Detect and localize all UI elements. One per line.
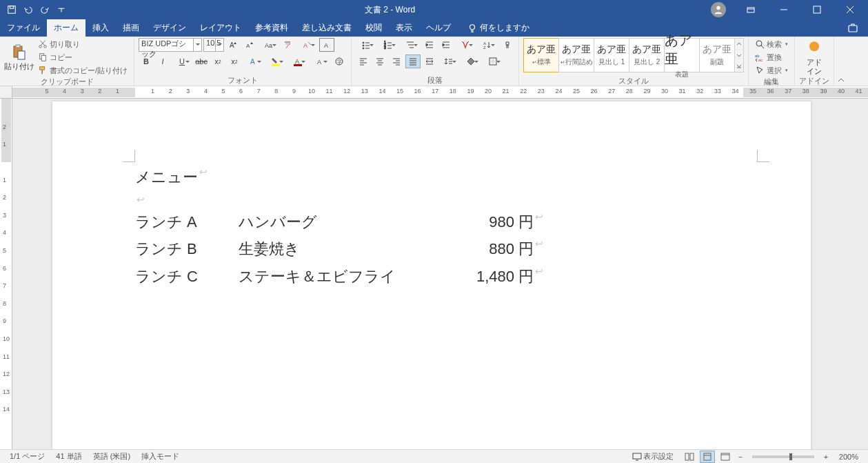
zoom-out[interactable]: − xyxy=(736,453,745,461)
style-normal[interactable]: あア亜↵標準 xyxy=(523,38,559,72)
tab-file[interactable]: ファイル xyxy=(0,19,47,37)
line-spacing-button[interactable] xyxy=(438,55,459,68)
cut-button[interactable]: 切り取り xyxy=(36,38,130,50)
undo-button[interactable] xyxy=(21,2,36,17)
maximize-button[interactable] xyxy=(802,0,832,19)
collapse-ribbon[interactable] xyxy=(834,37,848,86)
italic-button[interactable]: I xyxy=(155,55,170,68)
tab-design[interactable]: デザイン xyxy=(146,19,193,37)
superscript-button[interactable]: x2 xyxy=(227,55,242,68)
tab-layout[interactable]: レイアウト xyxy=(193,19,248,37)
language[interactable]: 英語 (米国) xyxy=(88,451,136,462)
sort-button[interactable]: AZ xyxy=(477,38,498,52)
replace-button[interactable]: abac置換 xyxy=(753,51,790,63)
increase-indent-button[interactable] xyxy=(438,38,454,52)
document-area[interactable]: メニュー↩ ↩ ランチ Aハンバーグ980 円↩ ランチ B生姜焼き880 円↩… xyxy=(12,99,868,449)
highlight-button[interactable] xyxy=(265,55,286,68)
char-border-button[interactable]: A xyxy=(319,38,334,52)
zoom-slider[interactable] xyxy=(752,455,814,458)
tab-home[interactable]: ホーム xyxy=(47,19,85,37)
tab-mailings[interactable]: 差し込み文書 xyxy=(295,19,359,37)
grow-font-button[interactable]: A xyxy=(225,38,241,52)
view-read[interactable] xyxy=(682,451,697,463)
minimize-button[interactable] xyxy=(769,0,799,19)
tab-view[interactable]: 表示 xyxy=(389,19,419,37)
account-avatar[interactable] xyxy=(711,2,726,17)
style-heading2[interactable]: あア亜見出し 2 xyxy=(629,38,665,72)
font-size-combo[interactable]: 10.5 xyxy=(203,38,224,52)
svg-rect-95 xyxy=(704,453,711,460)
group-edit: 検索▾ abac置換 選択▾ 編集 xyxy=(749,37,795,86)
insert-mode[interactable]: 挿入モード xyxy=(136,451,185,462)
svg-point-9 xyxy=(470,24,475,29)
addin-button[interactable]: アド イン xyxy=(799,38,829,76)
tab-insert[interactable]: 挿入 xyxy=(85,19,116,37)
word-count[interactable]: 41 単語 xyxy=(50,451,87,462)
qat-customize[interactable] xyxy=(54,2,69,17)
numbering-button[interactable]: 123 xyxy=(378,38,398,52)
underline-button[interactable]: U xyxy=(172,55,192,68)
copy-button[interactable]: コピー xyxy=(36,51,130,63)
ruler-horizontal[interactable]: 5432112345678910111213141516171819202122… xyxy=(12,86,868,99)
view-print[interactable] xyxy=(700,451,715,463)
ruler-vertical[interactable]: 211234567891011121314 xyxy=(0,99,12,449)
page-count[interactable]: 1/1 ページ xyxy=(4,451,50,462)
subscript-button[interactable]: x2 xyxy=(210,55,225,68)
shading-button[interactable] xyxy=(461,55,481,68)
paste-button[interactable]: 貼り付け xyxy=(4,38,34,76)
close-button[interactable] xyxy=(835,0,865,19)
style-title[interactable]: あア亜表題 xyxy=(664,38,700,72)
align-right-button[interactable] xyxy=(389,55,404,68)
phonetic-guide-button[interactable]: ア xyxy=(281,38,296,52)
shrink-font-button[interactable]: A xyxy=(242,38,257,52)
style-heading1[interactable]: あア亜見出し 1 xyxy=(594,38,629,72)
doc-title-text: メニュー xyxy=(135,164,198,191)
tab-draw[interactable]: 描画 xyxy=(116,19,146,37)
font-name-combo[interactable]: BIZ UDPゴシック xyxy=(139,38,202,52)
tab-help[interactable]: ヘルプ xyxy=(419,19,458,37)
distribute-button[interactable] xyxy=(422,55,437,68)
svg-text:A: A xyxy=(246,43,250,49)
redo-button[interactable] xyxy=(37,2,52,17)
table-row: ランチ Aハンバーグ980 円↩ xyxy=(135,208,728,236)
svg-rect-15 xyxy=(18,51,25,59)
char-shading-button[interactable]: A xyxy=(310,55,330,68)
strike-button[interactable]: abc xyxy=(194,55,209,68)
tell-me[interactable]: 何をしますか xyxy=(458,19,529,37)
format-painter-button[interactable]: 書式のコピー/貼り付け xyxy=(36,64,130,77)
page[interactable]: メニュー↩ ↩ ランチ Aハンバーグ980 円↩ ランチ B生姜焼き880 円↩… xyxy=(52,101,811,449)
text-effects-button[interactable]: A xyxy=(243,55,264,68)
bullets-button[interactable] xyxy=(356,38,376,52)
style-subtitle[interactable]: あア亜副題 xyxy=(699,38,735,72)
svg-rect-23 xyxy=(41,70,43,74)
styles-more[interactable] xyxy=(734,38,744,72)
scissors-icon xyxy=(38,39,48,49)
group-addin: アド イン アドイン xyxy=(795,37,834,86)
clear-format-button[interactable]: A xyxy=(297,38,318,52)
enclose-char-button[interactable]: 字 xyxy=(332,55,347,68)
style-no-spacing[interactable]: あア亜↵行間詰め xyxy=(558,38,594,72)
find-button[interactable]: 検索▾ xyxy=(753,38,790,50)
multilevel-button[interactable] xyxy=(400,38,421,52)
align-left-button[interactable] xyxy=(356,55,371,68)
font-color-button[interactable]: A xyxy=(287,55,308,68)
justify-button[interactable] xyxy=(405,55,421,68)
align-center-button[interactable] xyxy=(372,55,387,68)
zoom-in[interactable]: + xyxy=(821,453,831,461)
zoom-level[interactable]: 200% xyxy=(834,453,864,461)
ribbon-display-options[interactable] xyxy=(736,0,766,19)
decrease-indent-button[interactable] xyxy=(422,38,437,52)
borders-button[interactable] xyxy=(483,55,503,68)
tab-references[interactable]: 参考資料 xyxy=(248,19,295,37)
display-settings[interactable]: 表示設定 xyxy=(627,451,679,462)
save-button[interactable] xyxy=(4,2,19,17)
view-web[interactable] xyxy=(718,451,733,463)
tab-review[interactable]: 校閲 xyxy=(359,19,389,37)
select-button[interactable]: 選択▾ xyxy=(753,64,790,77)
share-button[interactable] xyxy=(838,19,868,37)
svg-text:字: 字 xyxy=(337,59,342,64)
asian-layout-button[interactable] xyxy=(455,38,476,52)
statusbar: 1/1 ページ 41 単語 英語 (米国) 挿入モード 表示設定 − + 200… xyxy=(0,449,868,463)
show-marks-button[interactable] xyxy=(499,38,514,52)
change-case-button[interactable]: Aa xyxy=(259,38,279,52)
